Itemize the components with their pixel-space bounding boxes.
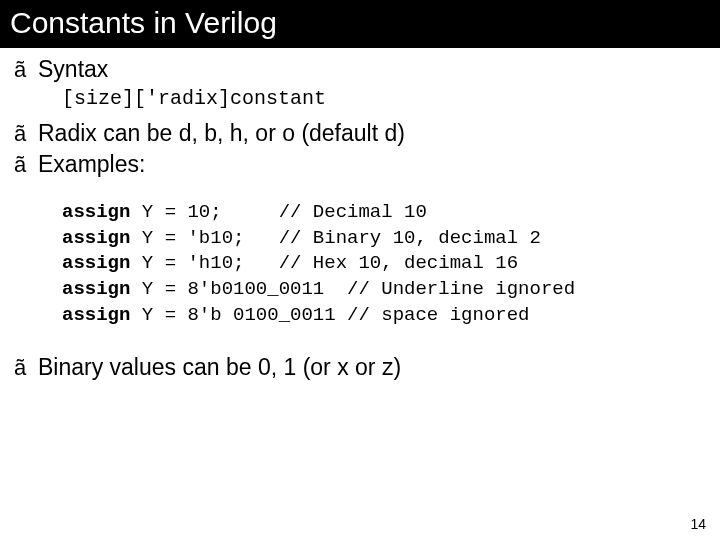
keyword-assign: assign — [62, 304, 130, 326]
slide-title: Constants in Verilog — [0, 0, 720, 48]
bullet-examples: ã Examples: — [14, 151, 720, 178]
keyword-assign: assign — [62, 252, 130, 274]
keyword-assign: assign — [62, 278, 130, 300]
syntax-format: [size]['radix]constant — [62, 87, 720, 110]
slide-content: ã Syntax [size]['radix]constant ã Radix … — [0, 48, 720, 381]
bullet-icon: ã — [14, 121, 38, 147]
code-line-3-rest: Y = 'h10; // Hex 10, decimal 16 — [130, 252, 518, 274]
bullet-text: Examples: — [38, 151, 145, 178]
code-line-5-rest: Y = 8'b 0100_0011 // space ignored — [130, 304, 529, 326]
keyword-assign: assign — [62, 227, 130, 249]
bullet-icon: ã — [14, 152, 38, 178]
code-examples: assign Y = 10; // Decimal 10 assign Y = … — [62, 200, 720, 328]
bullet-radix: ã Radix can be d, b, h, or o (default d) — [14, 120, 720, 147]
keyword-assign: assign — [62, 201, 130, 223]
bullet-icon: ã — [14, 355, 38, 381]
bullet-icon: ã — [14, 57, 38, 83]
code-line-1-rest: Y = 10; // Decimal 10 — [130, 201, 426, 223]
bullet-binary-values: ã Binary values can be 0, 1 (or x or z) — [14, 354, 720, 381]
bullet-syntax: ã Syntax — [14, 56, 720, 83]
bullet-text: Binary values can be 0, 1 (or x or z) — [38, 354, 401, 381]
code-line-2-rest: Y = 'b10; // Binary 10, decimal 2 — [130, 227, 540, 249]
bullet-text: Syntax — [38, 56, 108, 83]
bullet-text: Radix can be d, b, h, or o (default d) — [38, 120, 405, 147]
page-number: 14 — [690, 516, 706, 532]
code-line-4-rest: Y = 8'b0100_0011 // Underline ignored — [130, 278, 575, 300]
